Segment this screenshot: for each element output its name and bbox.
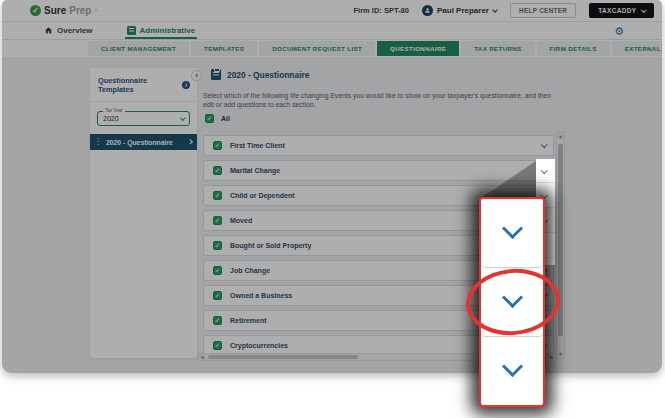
callout-shadow-wedge [481, 161, 536, 198]
chevron-down-icon [501, 218, 522, 239]
chevron-down-icon [541, 167, 547, 173]
dim-overlay [2, 0, 662, 373]
magnified-chevron-cell [481, 199, 543, 268]
magnified-chevron-cell [481, 337, 543, 405]
chevron-down-icon [501, 356, 522, 377]
